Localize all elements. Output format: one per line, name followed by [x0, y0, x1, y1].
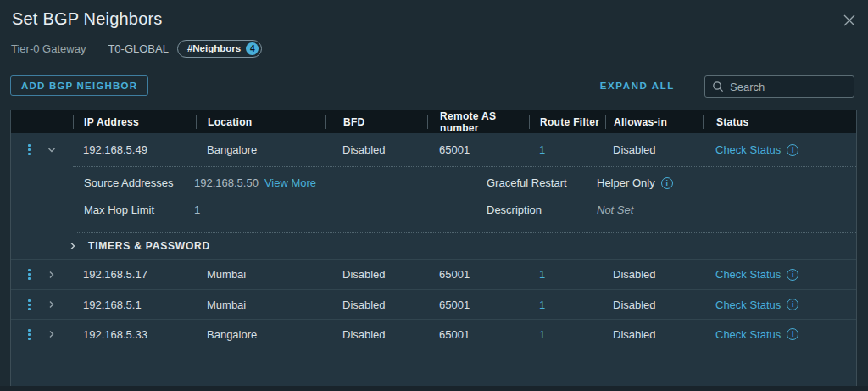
- cell-ip-address: 192.168.5.33: [73, 328, 196, 341]
- header-route-filter: Route Filter: [529, 115, 605, 129]
- row-menu-kebab-icon[interactable]: [26, 298, 32, 312]
- search-box: [704, 75, 854, 98]
- cell-remote-as: 65001: [427, 268, 529, 281]
- source-addresses-label: Source Addresses: [84, 176, 194, 189]
- chevron-right-icon[interactable]: [47, 299, 57, 310]
- gateway-type-label: Tier-0 Gateway: [11, 42, 86, 55]
- row-expanded-details: Source Addresses 192.168.5.50 View More …: [11, 167, 856, 232]
- breadcrumb: Tier-0 Gateway T0-GLOBAL #Neighbors 4: [11, 39, 262, 58]
- cell-ip-address: 192.168.5.1: [73, 299, 196, 311]
- cell-bfd: Disabled: [326, 143, 427, 156]
- cell-bfd: Disabled: [326, 328, 427, 341]
- neighbors-filter-chip[interactable]: #Neighbors 4: [177, 40, 262, 58]
- header-remote-as-number: Remote AS number: [427, 115, 529, 129]
- check-status-link[interactable]: Check Status: [715, 143, 781, 156]
- search-input[interactable]: [730, 81, 868, 93]
- cell-allowas-in: Disabled: [605, 299, 703, 311]
- page-title: Set BGP Neighbors: [12, 9, 163, 29]
- row-menu-kebab-icon[interactable]: [26, 327, 32, 342]
- max-hop-limit-label: Max Hop Limit: [84, 204, 194, 216]
- description-label: Description: [487, 204, 597, 216]
- check-status-link[interactable]: Check Status: [715, 328, 781, 341]
- row-menu-kebab-icon[interactable]: [26, 267, 32, 282]
- graceful-restart-label: Graceful Restart: [487, 176, 597, 189]
- chevron-right-icon: [68, 241, 78, 251]
- expand-all-link[interactable]: EXPAND ALL: [600, 81, 675, 91]
- table-row: 192.168.5.17 Mumbai Disabled 65001 1 Dis…: [11, 260, 856, 289]
- table-header-row: IP Address Location BFD Remote AS number…: [11, 110, 856, 133]
- check-status-link[interactable]: Check Status: [715, 299, 781, 311]
- info-icon[interactable]: i: [787, 299, 798, 310]
- cell-remote-as: 65001: [427, 299, 529, 311]
- table-body-end-divider: [11, 349, 856, 349]
- description-value: Not Set: [597, 204, 633, 216]
- search-icon: [712, 81, 724, 92]
- chevron-right-icon[interactable]: [47, 329, 57, 339]
- header-allowas-in: Allowas-in: [605, 115, 703, 129]
- timers-password-section[interactable]: TIMERS & PASSWORD: [11, 233, 856, 260]
- chevron-right-icon[interactable]: [47, 270, 57, 280]
- cell-allowas-in: Disabled: [605, 268, 703, 281]
- max-hop-limit-value: 1: [194, 204, 200, 216]
- table-row: 192.168.5.33 Bangalore Disabled 65001 1 …: [11, 319, 856, 349]
- cell-ip-address: 192.168.5.17: [73, 268, 196, 281]
- cell-location: Bangalore: [196, 328, 326, 341]
- bgp-neighbors-table: IP Address Location BFD Remote AS number…: [10, 110, 857, 386]
- cell-location: Bangalore: [196, 143, 326, 156]
- cell-bfd: Disabled: [326, 299, 427, 311]
- table-row: 192.168.5.1 Mumbai Disabled 65001 1 Disa…: [11, 289, 856, 319]
- cell-location: Mumbai: [196, 268, 326, 281]
- table-row: 192.168.5.49 Bangalore Disabled 65001 1 …: [11, 133, 856, 166]
- info-icon[interactable]: i: [661, 177, 673, 189]
- info-icon[interactable]: i: [787, 269, 798, 281]
- header-controls-column: [11, 115, 73, 129]
- source-addresses-value: 192.168.5.50: [194, 176, 259, 189]
- row-menu-kebab-icon[interactable]: [26, 142, 32, 157]
- neighbors-count-badge: 4: [246, 42, 259, 55]
- route-filter-link[interactable]: 1: [539, 268, 545, 281]
- graceful-restart-value: Helper Only: [597, 176, 655, 189]
- cell-allowas-in: Disabled: [605, 143, 703, 156]
- route-filter-link[interactable]: 1: [539, 299, 545, 311]
- check-status-link[interactable]: Check Status: [715, 268, 781, 281]
- cell-remote-as: 65001: [427, 328, 529, 341]
- cell-remote-as: 65001: [427, 143, 529, 156]
- cell-bfd: Disabled: [326, 268, 427, 281]
- route-filter-link[interactable]: 1: [539, 328, 545, 341]
- header-bfd: BFD: [326, 115, 427, 129]
- dialog-bottom-edge: [0, 386, 868, 391]
- close-button[interactable]: [842, 14, 857, 29]
- cell-location: Mumbai: [196, 299, 326, 311]
- info-icon[interactable]: i: [787, 328, 798, 340]
- header-location: Location: [196, 115, 326, 129]
- neighbors-chip-label: #Neighbors: [187, 43, 241, 53]
- header-ip-address: IP Address: [73, 115, 196, 129]
- header-status: Status: [703, 115, 856, 129]
- cell-allowas-in: Disabled: [605, 328, 703, 341]
- info-icon[interactable]: i: [787, 144, 798, 156]
- close-icon: [843, 17, 856, 30]
- view-more-link[interactable]: View More: [264, 176, 316, 189]
- add-bgp-neighbor-button[interactable]: ADD BGP NEIGHBOR: [10, 75, 148, 96]
- route-filter-link[interactable]: 1: [539, 143, 545, 156]
- timers-password-label: TIMERS & PASSWORD: [88, 240, 210, 252]
- gateway-name: T0-GLOBAL: [108, 42, 169, 55]
- chevron-down-icon[interactable]: [47, 145, 57, 155]
- cell-ip-address: 192.168.5.49: [73, 143, 196, 156]
